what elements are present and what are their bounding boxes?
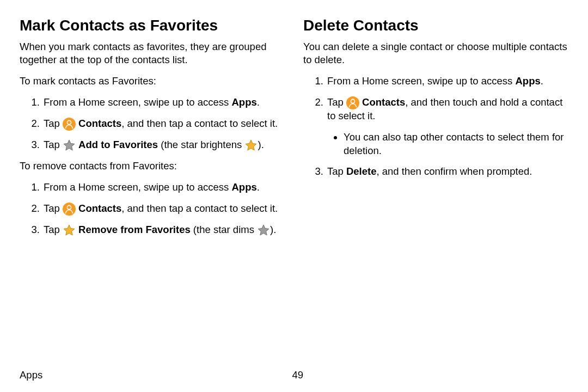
footer: Apps 49 (20, 364, 568, 381)
heading-delete-contacts: Delete Contacts (303, 16, 568, 35)
text: , and then tap a contact to select it. (121, 203, 278, 214)
text: From a Home screen, swipe up to access (44, 96, 231, 108)
text: Tap (44, 203, 63, 214)
left-column: Mark Contacts as Favorites When you mark… (20, 16, 285, 364)
intro-delete-contacts: You can delete a single contact or choos… (303, 40, 568, 68)
text: From a Home screen, swipe up to access (44, 181, 231, 193)
star-outline-icon (63, 139, 76, 152)
step: Tap Remove from Favorites (the star dims… (42, 223, 285, 237)
substeps: You can also tap other contacts to selec… (327, 131, 568, 158)
svg-marker-2 (64, 140, 75, 150)
bold-contacts: Contacts (78, 118, 121, 129)
svg-marker-7 (258, 225, 269, 235)
step: Tap Contacts, and then touch and hold a … (326, 96, 568, 157)
svg-marker-6 (64, 225, 75, 235)
footer-section: Apps (20, 369, 42, 381)
text: Tap (44, 118, 63, 129)
footer-page-number: 49 (292, 369, 303, 381)
star-outline-icon (257, 224, 270, 237)
text: Tap (44, 139, 63, 150)
contacts-icon (63, 118, 76, 131)
text: ). (258, 139, 264, 150)
step: Tap Delete, and then confirm when prompt… (326, 165, 568, 179)
star-filled-icon (244, 139, 258, 152)
steps-mark: From a Home screen, swipe up to access A… (20, 96, 285, 152)
text: (the star brightens (158, 139, 244, 150)
bold-add-favorites: Add to Favorites (78, 139, 158, 150)
bold-apps: Apps (515, 75, 540, 87)
heading-mark-favorites: Mark Contacts as Favorites (20, 16, 285, 35)
text: (the star dims (191, 224, 257, 235)
text: , and then tap a contact to select it. (121, 118, 278, 129)
text: . (257, 96, 260, 108)
substep: You can also tap other contacts to selec… (344, 131, 568, 158)
text: . (541, 75, 543, 87)
svg-marker-3 (246, 140, 256, 150)
step: Tap Add to Favorites (the star brightens… (42, 138, 285, 152)
bold-remove-favorites: Remove from Favorites (78, 224, 191, 235)
star-filled-icon (63, 224, 76, 237)
contacts-icon (346, 96, 359, 109)
lead-remove: To remove contacts from Favorites: (20, 160, 285, 173)
step: Tap Contacts, and then tap a contact to … (42, 202, 285, 216)
bold-delete: Delete (346, 166, 377, 177)
text: Tap (327, 166, 346, 177)
steps-remove: From a Home screen, swipe up to access A… (20, 181, 285, 237)
step: From a Home screen, swipe up to access A… (42, 181, 285, 194)
step: Tap Contacts, and then tap a contact to … (42, 117, 285, 131)
text: Tap (327, 96, 346, 108)
contacts-icon (63, 203, 76, 216)
text: ). (270, 224, 276, 235)
lead-mark: To mark contacts as Favorites: (20, 75, 285, 88)
steps-delete: From a Home screen, swipe up to access A… (303, 75, 568, 179)
text: Tap (44, 224, 63, 235)
bold-contacts: Contacts (362, 96, 405, 108)
bold-apps: Apps (231, 96, 256, 108)
step: From a Home screen, swipe up to access A… (326, 75, 568, 88)
bold-apps: Apps (231, 181, 256, 193)
text: , and then confirm when prompted. (377, 166, 532, 177)
step: From a Home screen, swipe up to access A… (42, 96, 285, 109)
bold-contacts: Contacts (78, 203, 121, 214)
intro-mark-favorites: When you mark contacts as favorites, the… (20, 40, 285, 68)
text: . (257, 181, 260, 193)
right-column: Delete Contacts You can delete a single … (303, 16, 568, 364)
text: From a Home screen, swipe up to access (327, 75, 515, 87)
